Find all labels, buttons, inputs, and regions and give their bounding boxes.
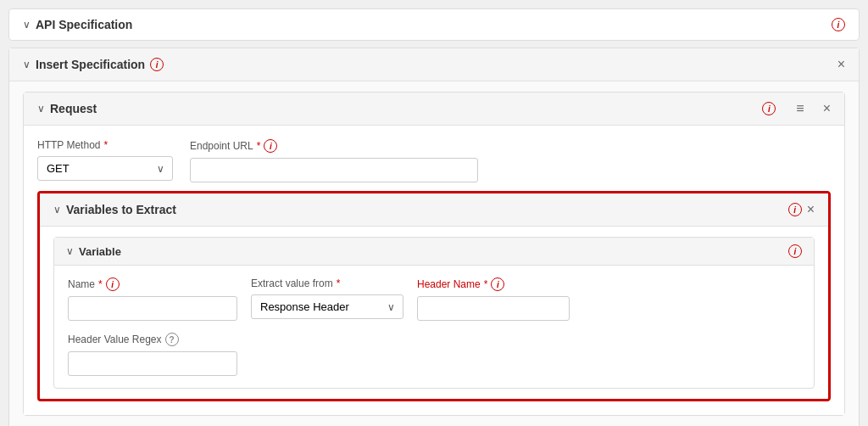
header-name-group: Header Name * i [417, 277, 570, 321]
request-title: Request [50, 102, 757, 115]
extract-value-group: Extract value from * Response Header Res… [251, 277, 403, 319]
variable-card: ∨ Variable i Name [53, 237, 815, 389]
extract-value-label: Extract value from * [251, 277, 403, 289]
http-method-required: * [103, 139, 108, 151]
header-name-info-icon: i [491, 277, 504, 291]
request-header: ∨ Request i ≡ × [24, 92, 844, 126]
request-card: ∨ Request i ≡ × HTTP Method * [23, 92, 845, 416]
insert-spec-card: ∨ Insert Specification i × ∨ Request i ≡… [8, 48, 860, 426]
header-value-regex-group: Header Value Regex ? [68, 333, 800, 376]
header-name-required: * [484, 278, 488, 290]
endpoint-url-input[interactable] [190, 158, 478, 182]
insert-spec-title: Insert Specification [36, 58, 145, 71]
api-spec-title: API Specification [36, 18, 826, 31]
header-name-label: Header Name * i [417, 277, 570, 291]
extract-value-required: * [337, 277, 341, 289]
variable-body: Name * i Extr [54, 266, 814, 388]
endpoint-url-label: Endpoint URL * i [190, 139, 478, 153]
endpoint-url-info-icon: i [264, 139, 277, 153]
variable-title: Variable [79, 245, 783, 258]
request-info-icon: i [762, 102, 776, 115]
request-menu-icon[interactable]: ≡ [796, 101, 804, 116]
endpoint-url-group: Endpoint URL * i [190, 139, 478, 182]
header-value-regex-input[interactable] [68, 351, 237, 376]
variables-header: ∨ Variables to Extract i × [40, 193, 828, 227]
insert-spec-close-icon[interactable]: × [837, 57, 845, 72]
header-value-regex-help-icon: ? [165, 333, 179, 346]
header-value-regex-label: Header Value Regex ? [68, 333, 800, 346]
api-spec-info-icon: i [832, 18, 845, 31]
http-method-label: HTTP Method * [37, 139, 173, 151]
variables-close-icon[interactable]: × [807, 202, 815, 217]
variables-chevron-icon[interactable]: ∨ [53, 204, 61, 216]
insert-spec-header: ∨ Insert Specification i × [9, 48, 859, 81]
variable-name-required: * [98, 278, 103, 290]
insert-spec-chevron-icon[interactable]: ∨ [23, 59, 31, 70]
variables-to-extract-card: ∨ Variables to Extract i × ∨ Variable i [37, 191, 831, 401]
request-form-row: HTTP Method * GET POST PUT DELETE PATCH [37, 139, 831, 182]
variable-name-info-icon: i [106, 277, 120, 291]
request-chevron-icon[interactable]: ∨ [37, 103, 45, 115]
http-method-group: HTTP Method * GET POST PUT DELETE PATCH [37, 139, 173, 181]
request-close-icon[interactable]: × [823, 101, 831, 116]
variable-chevron-icon[interactable]: ∨ [66, 245, 74, 257]
http-method-select[interactable]: GET POST PUT DELETE PATCH [37, 156, 173, 181]
header-name-input[interactable] [417, 296, 570, 321]
variable-name-group: Name * i [68, 277, 237, 321]
variable-name-input[interactable] [68, 296, 237, 321]
variables-title: Variables to Extract [66, 203, 783, 216]
request-body: HTTP Method * GET POST PUT DELETE PATCH [24, 126, 844, 415]
http-method-select-wrapper: GET POST PUT DELETE PATCH ∨ [37, 156, 173, 181]
api-spec-section: ∨ API Specification i [8, 8, 860, 41]
variable-name-label: Name * i [68, 277, 237, 291]
endpoint-url-required: * [257, 140, 261, 152]
variable-info-icon: i [788, 244, 802, 258]
insert-spec-info-icon: i [150, 58, 164, 71]
extract-value-select-wrapper: Response Header Response Body Response S… [251, 294, 403, 319]
variable-header: ∨ Variable i [54, 238, 814, 266]
api-spec-chevron-icon[interactable]: ∨ [23, 19, 31, 31]
variable-form-row: Name * i Extr [68, 277, 800, 321]
insert-spec-body: ∨ Request i ≡ × HTTP Method * [9, 81, 859, 426]
variables-body: ∨ Variable i Name [40, 227, 828, 399]
extract-value-select[interactable]: Response Header Response Body Response S… [251, 294, 403, 319]
variables-info-icon: i [788, 203, 802, 216]
